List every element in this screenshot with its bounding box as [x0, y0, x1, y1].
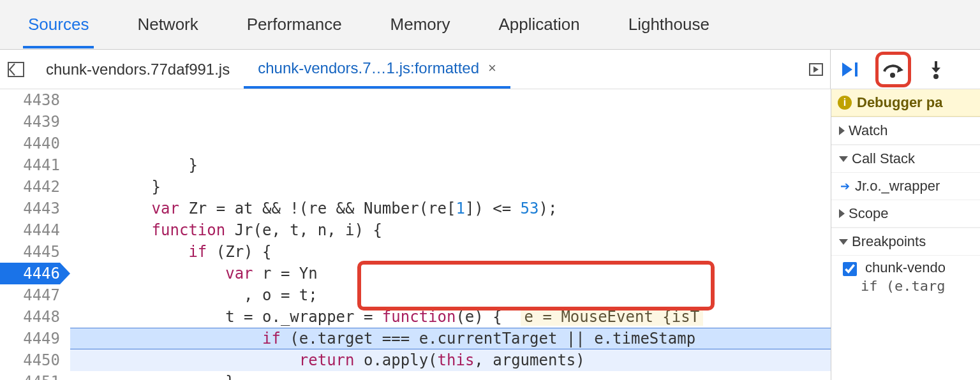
code-content: } } var Zr = at && !(re && Number(re[1])…: [70, 89, 831, 380]
close-tab-icon[interactable]: ×: [488, 60, 496, 77]
line-number[interactable]: 4450: [0, 349, 60, 371]
navigator-toggle-icon[interactable]: [0, 61, 32, 78]
watch-section-header[interactable]: Watch: [831, 117, 980, 145]
callstack-frame[interactable]: ➔ Jr.o._wrapper: [831, 173, 980, 200]
svg-rect-2: [855, 62, 858, 77]
code-line: }: [70, 176, 831, 198]
line-number[interactable]: 4446: [0, 263, 60, 284]
info-icon: i: [838, 96, 852, 110]
breakpoint-snippet: if (e.targ: [831, 278, 980, 294]
chevron-right-icon: [839, 209, 845, 218]
current-frame-icon: ➔: [840, 179, 850, 193]
tab-lighthouse[interactable]: Lighthouse: [623, 1, 715, 48]
code-line: t = o._wrapper = function(e) { e = Mouse…: [70, 306, 831, 328]
line-number[interactable]: 4440: [0, 133, 60, 154]
code-editor[interactable]: 4438443944404441444244434444444544464447…: [0, 89, 831, 380]
code-line: }: [70, 371, 831, 380]
tab-sources[interactable]: Sources: [23, 1, 94, 48]
breakpoint-file-label: chunk-vendo: [865, 259, 946, 276]
file-tab-2-label: chunk-vendors.7…1.js:formatted: [258, 59, 479, 77]
line-number[interactable]: 4448: [0, 306, 60, 328]
line-number[interactable]: 4449: [0, 328, 60, 349]
code-line: }: [70, 154, 831, 176]
main-tab-strip: Sources Network Performance Memory Appli…: [0, 0, 980, 50]
svg-point-3: [890, 73, 895, 78]
line-gutter: 4438443944404441444244434444444544464447…: [0, 89, 70, 380]
chevron-right-icon: [839, 126, 845, 135]
tab-performance[interactable]: Performance: [242, 1, 347, 48]
code-line: return o.apply(this, arguments): [70, 349, 831, 371]
more-tabs-button[interactable]: [802, 61, 830, 78]
inline-value-hint: e = MouseEvent {isT: [521, 308, 704, 326]
code-line: var Zr = at && !(re && Number(re[1]) <= …: [70, 198, 831, 219]
tab-memory[interactable]: Memory: [385, 1, 456, 48]
file-tab-1[interactable]: chunk-vendors.77daf991.js: [32, 50, 244, 89]
line-number[interactable]: 4445: [0, 241, 60, 263]
line-number[interactable]: 4444: [0, 219, 60, 241]
tab-application[interactable]: Application: [494, 1, 585, 48]
code-line: if (Zr) {: [70, 241, 831, 263]
callstack-frame-label: Jr.o._wrapper: [855, 178, 940, 194]
main-split: 4438443944404441444244434444444544464447…: [0, 89, 980, 380]
breakpoint-item[interactable]: chunk-vendo: [831, 256, 980, 278]
chevron-down-icon: [839, 239, 848, 245]
breakpoints-section-label: Breakpoints: [852, 233, 926, 250]
line-number[interactable]: 4451: [0, 371, 60, 380]
scope-section-label: Scope: [849, 205, 888, 222]
chevron-down-icon: [839, 156, 848, 162]
svg-point-4: [933, 74, 939, 79]
code-line: function Jr(e, t, n, i) {: [70, 219, 831, 241]
svg-rect-0: [8, 62, 24, 77]
callstack-section-header[interactable]: Call Stack: [831, 145, 980, 173]
file-tab-strip: chunk-vendors.77daf991.js chunk-vendors.…: [0, 50, 831, 89]
code-line: var r = Yn: [70, 263, 831, 284]
file-tab-2[interactable]: chunk-vendors.7…1.js:formatted ×: [244, 50, 510, 89]
scope-section-header[interactable]: Scope: [831, 200, 980, 228]
line-number[interactable]: 4442: [0, 176, 60, 198]
debugger-status-banner: i Debugger pa: [831, 89, 980, 117]
line-number[interactable]: 4438: [0, 89, 60, 111]
step-over-button[interactable]: [875, 52, 911, 87]
watch-section-label: Watch: [849, 122, 888, 139]
step-into-button[interactable]: [925, 59, 947, 80]
sources-subbar: chunk-vendors.77daf991.js chunk-vendors.…: [0, 50, 980, 89]
tab-network[interactable]: Network: [132, 1, 203, 48]
debugger-status-text: Debugger pa: [857, 94, 942, 111]
breakpoints-section-header[interactable]: Breakpoints: [831, 228, 980, 256]
line-number[interactable]: 4441: [0, 154, 60, 176]
resume-button[interactable]: [840, 59, 861, 80]
line-number[interactable]: 4439: [0, 111, 60, 133]
breakpoint-checkbox[interactable]: [843, 262, 857, 276]
code-line: , o = t;: [70, 284, 831, 306]
debugger-controls: [831, 50, 980, 89]
line-number[interactable]: 4443: [0, 198, 60, 219]
devtools-root: Sources Network Performance Memory Appli…: [0, 0, 980, 380]
callstack-section-label: Call Stack: [852, 150, 915, 167]
line-number[interactable]: 4447: [0, 284, 60, 306]
debugger-sidebar: i Debugger pa Watch Call Stack ➔ Jr.o._w…: [831, 89, 980, 380]
code-line: if (e.target === e.currentTarget || e.ti…: [70, 328, 831, 349]
